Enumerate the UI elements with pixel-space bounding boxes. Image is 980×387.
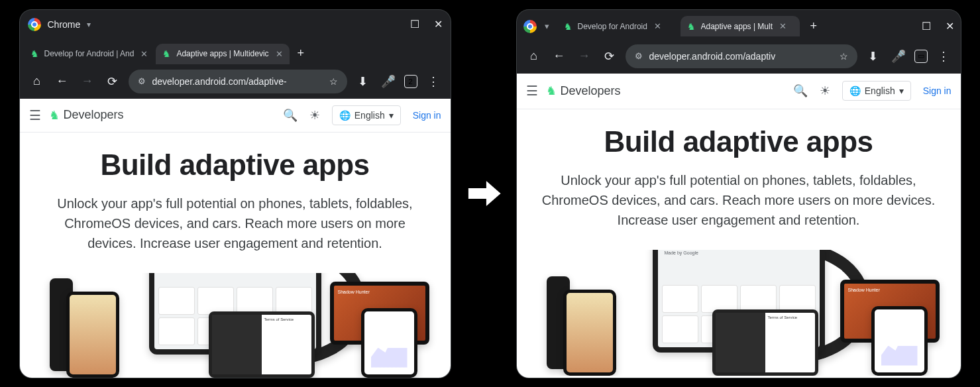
- chevron-down-icon: ▾: [389, 110, 394, 121]
- tab-adaptive-apps[interactable]: ♞ Adaptive apps | Mult ✕: [681, 16, 800, 36]
- close-tab-icon[interactable]: ✕: [140, 49, 148, 59]
- chevron-down-icon[interactable]: ▾: [87, 20, 91, 29]
- browser-toolbar: ⌂ ← → ⟳ ⚙ developer.android.com/adaptive…: [20, 64, 451, 99]
- phone-photo-illustration: [563, 290, 616, 376]
- android-icon: ♞: [564, 22, 572, 31]
- back-button[interactable]: ←: [53, 74, 72, 88]
- android-icon: ♞: [30, 49, 39, 58]
- brand-text: Developers: [64, 108, 124, 122]
- theme-toggle-icon[interactable]: ☀: [309, 108, 320, 123]
- language-label: English: [354, 110, 385, 121]
- close-button[interactable]: ✕: [434, 19, 443, 30]
- tab-adaptive-apps[interactable]: ♞ Adaptive apps | Multidevic ✕: [156, 44, 289, 64]
- site-header: ☰ ♞ Developers 🔍 ☀ 🌐 English ▾ Sign in: [20, 99, 451, 133]
- site-brand[interactable]: ♞ Developers: [49, 108, 124, 122]
- search-icon[interactable]: 🔍: [793, 83, 808, 98]
- tab-develop-for-android[interactable]: ♞ Develop for Android | And ✕: [24, 44, 155, 64]
- window-controls: ☐ ✕: [922, 21, 954, 32]
- foldable-illustration: Terms of Service: [209, 311, 315, 378]
- site-header: ☰ ♞ Developers 🔍 ☀ 🌐 English ▾ Sign in: [517, 74, 961, 109]
- close-tab-icon[interactable]: ✕: [654, 21, 661, 31]
- brand-text: Developers: [561, 84, 621, 98]
- tab-switcher-button[interactable]: ▭: [914, 50, 928, 63]
- chrome-window-wide: ▾ ♞ Develop for Android ✕ ♞ Adaptive app…: [517, 10, 961, 378]
- hamburger-menu-icon[interactable]: ☰: [29, 107, 41, 123]
- language-label: English: [865, 85, 895, 96]
- star-icon[interactable]: ☆: [840, 51, 848, 62]
- home-button[interactable]: ⌂: [28, 74, 46, 88]
- sign-in-link[interactable]: Sign in: [413, 110, 441, 121]
- chevron-down-icon[interactable]: ▾: [541, 21, 553, 31]
- globe-icon: 🌐: [849, 85, 861, 96]
- close-tab-icon[interactable]: ✕: [276, 49, 283, 59]
- chrome-window-narrow: Chrome ▾ ☐ ✕ ♞ Develop for Android | And…: [20, 10, 451, 378]
- phone-chart-illustration: [361, 308, 417, 378]
- phone-chart-illustration: [871, 306, 928, 376]
- devices-illustration: Made by Google Shadow Hunter Terms of Se…: [517, 250, 961, 376]
- hero-subtitle: Unlock your app's full potential on phon…: [40, 194, 431, 253]
- hero-section: Build adaptive apps Unlock your app's fu…: [517, 109, 961, 237]
- address-bar[interactable]: ⚙ developer.android.com/adaptive- ☆: [129, 70, 347, 93]
- window-controls: ☐ ✕: [410, 19, 443, 30]
- url-text: developer.android.com/adaptive-: [152, 76, 323, 87]
- home-button[interactable]: ⌂: [525, 49, 543, 63]
- sign-in-link[interactable]: Sign in: [923, 85, 952, 96]
- window-titlebar: Chrome ▾ ☐ ✕: [20, 10, 451, 39]
- tab-title: Adaptive apps | Mult: [701, 22, 773, 31]
- laptop-screen-label: Made by Google: [662, 250, 816, 283]
- theme-toggle-icon[interactable]: ☀: [820, 83, 830, 98]
- tab-title: Develop for Android | And: [44, 49, 135, 58]
- page-viewport: ☰ ♞ Developers 🔍 ☀ 🌐 English ▾ Sign in: [517, 74, 961, 378]
- forward-button[interactable]: →: [78, 74, 97, 88]
- download-button[interactable]: ⬇: [864, 49, 883, 64]
- tab-develop-for-android[interactable]: ♞ Develop for Android ✕: [557, 16, 677, 36]
- tab-title: Adaptive apps | Multidevic: [176, 49, 268, 58]
- titlebar-left: Chrome ▾: [28, 18, 91, 31]
- overflow-menu-button[interactable]: ⋮: [424, 74, 443, 89]
- maximize-button[interactable]: ☐: [410, 19, 419, 30]
- tab-title: Develop for Android: [578, 22, 647, 31]
- new-tab-button[interactable]: +: [804, 15, 824, 37]
- transition-arrow-icon: [464, 174, 504, 213]
- site-brand[interactable]: ♞ Developers: [546, 84, 621, 98]
- voice-search-icon[interactable]: 🎤: [379, 74, 398, 89]
- app-name: Chrome: [48, 19, 81, 30]
- overflow-menu-button[interactable]: ⋮: [934, 49, 953, 64]
- window-titlebar: ▾ ♞ Develop for Android ✕ ♞ Adaptive app…: [517, 10, 961, 39]
- new-tab-button[interactable]: +: [291, 42, 311, 64]
- voice-search-icon[interactable]: 🎤: [889, 49, 908, 64]
- laptop-screen-label: Made by Google: [158, 273, 312, 285]
- hamburger-menu-icon[interactable]: ☰: [526, 83, 538, 99]
- hero-title: Build adaptive apps: [40, 148, 431, 182]
- reload-button[interactable]: ⟳: [600, 49, 619, 64]
- page-content: ☰ ♞ Developers 🔍 ☀ 🌐 English ▾ Sign in: [517, 74, 961, 378]
- back-button[interactable]: ←: [550, 49, 569, 63]
- star-icon[interactable]: ☆: [329, 76, 338, 87]
- maximize-button[interactable]: ☐: [922, 21, 931, 32]
- tab-count-badge[interactable]: 2: [404, 75, 417, 88]
- language-selector[interactable]: 🌐 English ▾: [332, 105, 401, 125]
- forward-button[interactable]: →: [575, 49, 594, 63]
- foldable-illustration: Terms of Service: [712, 309, 818, 376]
- devices-illustration: Made by Google Shadow Hunter Terms of Se…: [20, 273, 451, 378]
- close-tab-icon[interactable]: ✕: [779, 21, 787, 31]
- search-icon[interactable]: 🔍: [283, 108, 298, 123]
- android-icon: ♞: [687, 22, 696, 31]
- hero-title: Build adaptive apps: [537, 125, 941, 158]
- language-selector[interactable]: 🌐 English ▾: [842, 81, 911, 101]
- page-viewport: ☰ ♞ Developers 🔍 ☀ 🌐 English ▾ Sign in: [20, 99, 451, 378]
- url-text: developer.android.com/adaptiv: [649, 51, 833, 62]
- chrome-icon: [28, 18, 41, 31]
- site-settings-icon[interactable]: ⚙: [635, 51, 643, 61]
- reload-button[interactable]: ⟳: [103, 74, 122, 89]
- site-settings-icon[interactable]: ⚙: [138, 76, 146, 86]
- tab-strip: ♞ Develop for Android | And ✕ ♞ Adaptive…: [20, 39, 451, 64]
- site-actions: 🔍 ☀ 🌐 English ▾ Sign in: [793, 81, 952, 101]
- close-button[interactable]: ✕: [946, 21, 954, 32]
- address-bar[interactable]: ⚙ developer.android.com/adaptiv ☆: [626, 44, 857, 68]
- android-icon: ♞: [546, 85, 557, 97]
- hero-subtitle: Unlock your app's full potential on phon…: [537, 170, 941, 230]
- page-content: ☰ ♞ Developers 🔍 ☀ 🌐 English ▾ Sign in: [20, 99, 451, 378]
- download-button[interactable]: ⬇: [354, 74, 372, 89]
- android-icon: ♞: [49, 109, 60, 121]
